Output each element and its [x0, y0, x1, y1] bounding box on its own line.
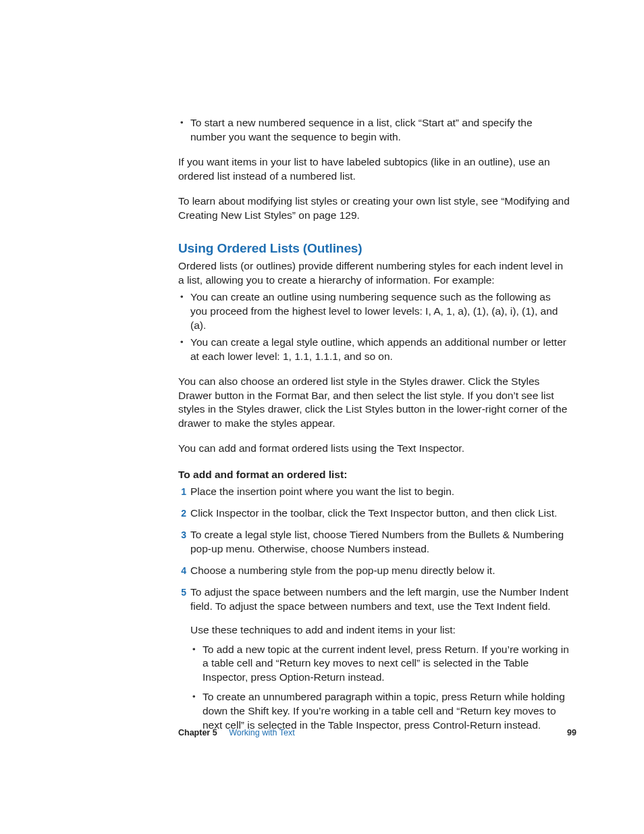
step-text: Choose a numbering style from the pop-up… [190, 565, 495, 576]
step-number: 3 [178, 528, 186, 542]
step-item: 2Click Inspector in the toolbar, click t… [178, 506, 570, 521]
intro-bullet-list: You can create an outline using numberin… [178, 290, 570, 364]
step-number: 4 [178, 564, 186, 578]
body-paragraph: Ordered lists (or outlines) provide diff… [178, 259, 570, 288]
step-number: 1 [178, 485, 186, 499]
page-number: 99 [567, 727, 576, 739]
ordered-steps: 1Place the insertion point where you wan… [178, 485, 570, 733]
body-paragraph: You can also choose an ordered list styl… [178, 375, 570, 432]
step-item: 4Choose a numbering style from the pop-u… [178, 564, 570, 578]
list-item: To create an unnumbered paragraph within… [190, 690, 570, 733]
list-item: To add a new topic at the current indent… [190, 643, 570, 685]
step-text: To adjust the space between numbers and … [190, 586, 568, 612]
step-text: Place the insertion point where you want… [190, 486, 454, 497]
sub-bullet-list: To add a new topic at the current indent… [190, 643, 570, 733]
page-content: To start a new numbered sequence in a li… [178, 116, 570, 740]
body-paragraph: To learn about modifying list styles or … [178, 194, 570, 223]
step-item: 3To create a legal style list, choose Ti… [178, 528, 570, 556]
step-item: 1Place the insertion point where you wan… [178, 485, 570, 499]
body-paragraph: If you want items in your list to have l… [178, 155, 570, 184]
step-text: To create a legal style list, choose Tie… [190, 529, 564, 554]
chapter-name: Working with Text [229, 728, 295, 737]
step-item: 5To adjust the space between numbers and… [178, 585, 570, 733]
chapter-label: Chapter 5 [178, 728, 217, 737]
body-paragraph: You can add and format ordered lists usi… [178, 442, 570, 456]
section-heading: Using Ordered Lists (Outlines) [178, 240, 570, 257]
step-number: 5 [178, 585, 186, 600]
page-footer: Chapter 5 Working with Text 99 [178, 727, 576, 739]
list-item: You can create a legal style outline, wh… [178, 336, 570, 364]
list-item: You can create an outline using numberin… [178, 290, 570, 333]
steps-title: To add and format an ordered list: [178, 468, 570, 482]
sub-paragraph: Use these techniques to add and indent i… [190, 623, 570, 637]
step-text: Click Inspector in the toolbar, click th… [190, 507, 557, 519]
top-bullet-list: To start a new numbered sequence in a li… [178, 116, 570, 145]
list-item: To start a new numbered sequence in a li… [178, 116, 570, 145]
step-number: 2 [178, 506, 186, 521]
